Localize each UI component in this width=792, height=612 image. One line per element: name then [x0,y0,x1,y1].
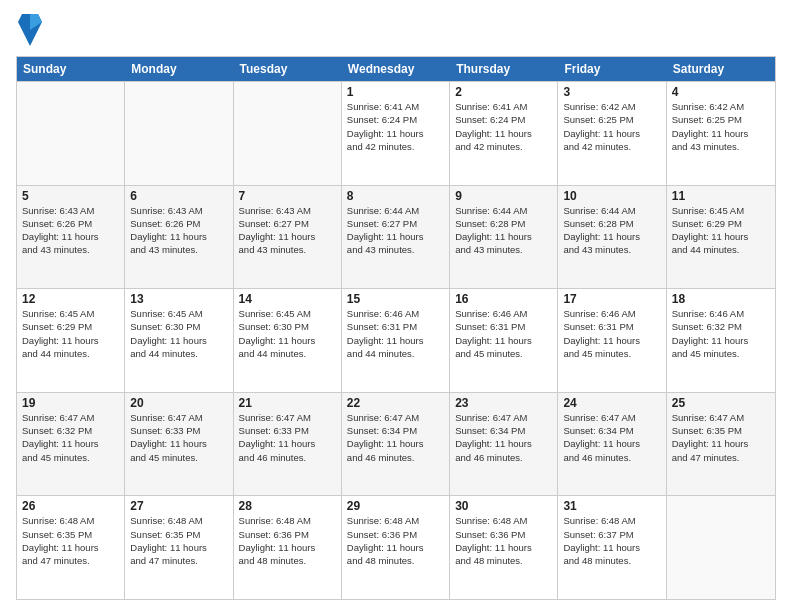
day-header-monday: Monday [125,57,233,81]
day-header-thursday: Thursday [450,57,558,81]
day-info: Sunrise: 6:45 AM Sunset: 6:30 PM Dayligh… [130,307,227,360]
day-cell-20: 20Sunrise: 6:47 AM Sunset: 6:33 PM Dayli… [125,393,233,496]
day-info: Sunrise: 6:46 AM Sunset: 6:31 PM Dayligh… [347,307,444,360]
day-cell-8: 8Sunrise: 6:44 AM Sunset: 6:27 PM Daylig… [342,186,450,289]
day-number: 2 [455,85,552,99]
day-number: 4 [672,85,770,99]
day-info: Sunrise: 6:41 AM Sunset: 6:24 PM Dayligh… [347,100,444,153]
day-info: Sunrise: 6:45 AM Sunset: 6:29 PM Dayligh… [672,204,770,257]
calendar-week-1: 1Sunrise: 6:41 AM Sunset: 6:24 PM Daylig… [17,81,775,185]
day-info: Sunrise: 6:46 AM Sunset: 6:31 PM Dayligh… [563,307,660,360]
day-number: 16 [455,292,552,306]
day-info: Sunrise: 6:48 AM Sunset: 6:35 PM Dayligh… [130,514,227,567]
day-cell-17: 17Sunrise: 6:46 AM Sunset: 6:31 PM Dayli… [558,289,666,392]
calendar-header: SundayMondayTuesdayWednesdayThursdayFrid… [17,57,775,81]
calendar-week-5: 26Sunrise: 6:48 AM Sunset: 6:35 PM Dayli… [17,495,775,599]
day-cell-12: 12Sunrise: 6:45 AM Sunset: 6:29 PM Dayli… [17,289,125,392]
day-info: Sunrise: 6:47 AM Sunset: 6:33 PM Dayligh… [130,411,227,464]
day-header-saturday: Saturday [667,57,775,81]
day-number: 5 [22,189,119,203]
day-number: 25 [672,396,770,410]
empty-cell [17,82,125,185]
day-header-friday: Friday [558,57,666,81]
day-number: 1 [347,85,444,99]
day-number: 21 [239,396,336,410]
day-cell-14: 14Sunrise: 6:45 AM Sunset: 6:30 PM Dayli… [234,289,342,392]
day-cell-5: 5Sunrise: 6:43 AM Sunset: 6:26 PM Daylig… [17,186,125,289]
day-number: 3 [563,85,660,99]
day-info: Sunrise: 6:44 AM Sunset: 6:27 PM Dayligh… [347,204,444,257]
day-number: 12 [22,292,119,306]
day-info: Sunrise: 6:47 AM Sunset: 6:34 PM Dayligh… [347,411,444,464]
day-number: 7 [239,189,336,203]
day-info: Sunrise: 6:48 AM Sunset: 6:36 PM Dayligh… [455,514,552,567]
day-info: Sunrise: 6:43 AM Sunset: 6:27 PM Dayligh… [239,204,336,257]
day-cell-10: 10Sunrise: 6:44 AM Sunset: 6:28 PM Dayli… [558,186,666,289]
day-header-sunday: Sunday [17,57,125,81]
day-cell-2: 2Sunrise: 6:41 AM Sunset: 6:24 PM Daylig… [450,82,558,185]
day-number: 18 [672,292,770,306]
day-number: 11 [672,189,770,203]
day-number: 10 [563,189,660,203]
day-cell-25: 25Sunrise: 6:47 AM Sunset: 6:35 PM Dayli… [667,393,775,496]
day-cell-7: 7Sunrise: 6:43 AM Sunset: 6:27 PM Daylig… [234,186,342,289]
day-number: 28 [239,499,336,513]
day-info: Sunrise: 6:42 AM Sunset: 6:25 PM Dayligh… [563,100,660,153]
day-cell-27: 27Sunrise: 6:48 AM Sunset: 6:35 PM Dayli… [125,496,233,599]
calendar-week-3: 12Sunrise: 6:45 AM Sunset: 6:29 PM Dayli… [17,288,775,392]
day-info: Sunrise: 6:47 AM Sunset: 6:33 PM Dayligh… [239,411,336,464]
day-cell-21: 21Sunrise: 6:47 AM Sunset: 6:33 PM Dayli… [234,393,342,496]
day-number: 30 [455,499,552,513]
day-number: 17 [563,292,660,306]
day-number: 24 [563,396,660,410]
day-number: 20 [130,396,227,410]
day-cell-24: 24Sunrise: 6:47 AM Sunset: 6:34 PM Dayli… [558,393,666,496]
page: SundayMondayTuesdayWednesdayThursdayFrid… [0,0,792,612]
day-info: Sunrise: 6:43 AM Sunset: 6:26 PM Dayligh… [130,204,227,257]
day-info: Sunrise: 6:44 AM Sunset: 6:28 PM Dayligh… [455,204,552,257]
logo-icon [16,12,44,48]
day-info: Sunrise: 6:43 AM Sunset: 6:26 PM Dayligh… [22,204,119,257]
day-info: Sunrise: 6:48 AM Sunset: 6:35 PM Dayligh… [22,514,119,567]
empty-cell [234,82,342,185]
day-number: 6 [130,189,227,203]
day-cell-19: 19Sunrise: 6:47 AM Sunset: 6:32 PM Dayli… [17,393,125,496]
day-cell-26: 26Sunrise: 6:48 AM Sunset: 6:35 PM Dayli… [17,496,125,599]
calendar: SundayMondayTuesdayWednesdayThursdayFrid… [16,56,776,600]
day-info: Sunrise: 6:44 AM Sunset: 6:28 PM Dayligh… [563,204,660,257]
day-number: 13 [130,292,227,306]
day-number: 23 [455,396,552,410]
day-cell-9: 9Sunrise: 6:44 AM Sunset: 6:28 PM Daylig… [450,186,558,289]
day-info: Sunrise: 6:47 AM Sunset: 6:32 PM Dayligh… [22,411,119,464]
day-cell-23: 23Sunrise: 6:47 AM Sunset: 6:34 PM Dayli… [450,393,558,496]
day-number: 31 [563,499,660,513]
logo [16,12,44,48]
day-info: Sunrise: 6:48 AM Sunset: 6:36 PM Dayligh… [239,514,336,567]
day-cell-1: 1Sunrise: 6:41 AM Sunset: 6:24 PM Daylig… [342,82,450,185]
day-info: Sunrise: 6:45 AM Sunset: 6:30 PM Dayligh… [239,307,336,360]
day-number: 27 [130,499,227,513]
day-number: 14 [239,292,336,306]
empty-cell [667,496,775,599]
day-cell-3: 3Sunrise: 6:42 AM Sunset: 6:25 PM Daylig… [558,82,666,185]
day-cell-22: 22Sunrise: 6:47 AM Sunset: 6:34 PM Dayli… [342,393,450,496]
day-header-tuesday: Tuesday [234,57,342,81]
day-cell-31: 31Sunrise: 6:48 AM Sunset: 6:37 PM Dayli… [558,496,666,599]
day-number: 26 [22,499,119,513]
day-cell-29: 29Sunrise: 6:48 AM Sunset: 6:36 PM Dayli… [342,496,450,599]
day-header-wednesday: Wednesday [342,57,450,81]
day-cell-18: 18Sunrise: 6:46 AM Sunset: 6:32 PM Dayli… [667,289,775,392]
day-number: 8 [347,189,444,203]
day-info: Sunrise: 6:47 AM Sunset: 6:35 PM Dayligh… [672,411,770,464]
day-cell-11: 11Sunrise: 6:45 AM Sunset: 6:29 PM Dayli… [667,186,775,289]
header [16,12,776,48]
day-info: Sunrise: 6:42 AM Sunset: 6:25 PM Dayligh… [672,100,770,153]
day-number: 22 [347,396,444,410]
day-cell-4: 4Sunrise: 6:42 AM Sunset: 6:25 PM Daylig… [667,82,775,185]
day-info: Sunrise: 6:41 AM Sunset: 6:24 PM Dayligh… [455,100,552,153]
day-cell-15: 15Sunrise: 6:46 AM Sunset: 6:31 PM Dayli… [342,289,450,392]
day-cell-6: 6Sunrise: 6:43 AM Sunset: 6:26 PM Daylig… [125,186,233,289]
day-info: Sunrise: 6:45 AM Sunset: 6:29 PM Dayligh… [22,307,119,360]
day-cell-13: 13Sunrise: 6:45 AM Sunset: 6:30 PM Dayli… [125,289,233,392]
day-number: 15 [347,292,444,306]
